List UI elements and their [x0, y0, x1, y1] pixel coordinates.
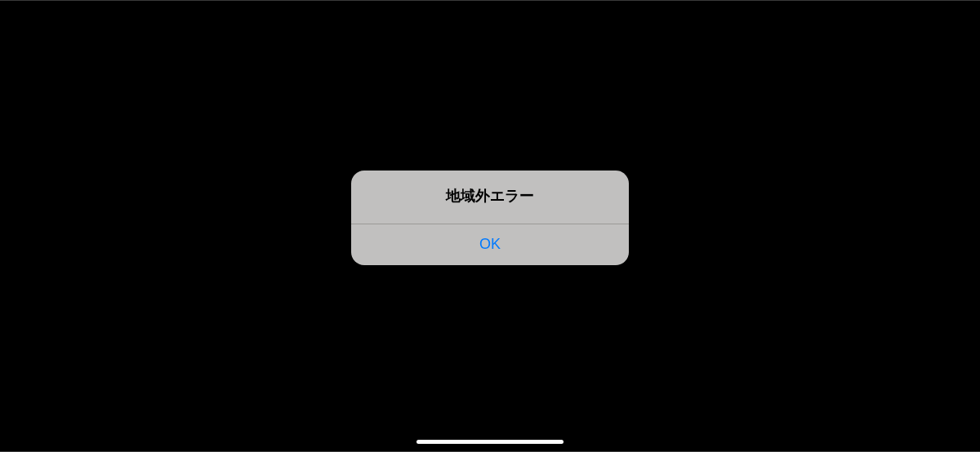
ok-button[interactable]: OK	[351, 224, 629, 265]
alert-header: 地域外エラー	[351, 171, 629, 224]
home-indicator[interactable]	[416, 440, 564, 444]
alert-dialog: 地域外エラー OK	[351, 171, 629, 265]
alert-title: 地域外エラー	[364, 187, 616, 206]
